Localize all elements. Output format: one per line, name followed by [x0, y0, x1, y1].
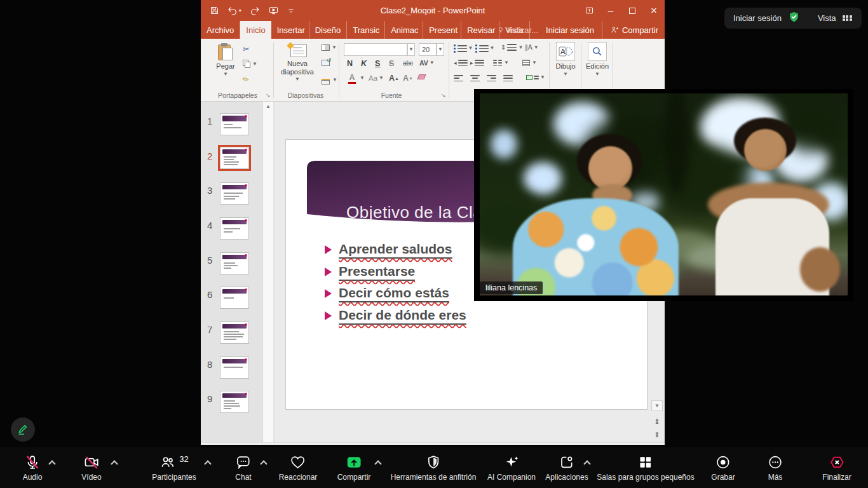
drawing-group-button[interactable]: A Dibujo▼ [552, 42, 580, 77]
tab-presentacion[interactable]: Present [423, 21, 461, 39]
tab-revisar[interactable]: Revisar [461, 21, 499, 39]
chat-options-caret[interactable] [260, 460, 267, 467]
ppt-share-button[interactable]: Compartir [602, 21, 658, 39]
bullets-button[interactable]: ▼ [454, 44, 473, 53]
maximize-button[interactable] [621, 0, 643, 21]
slide-thumbnail-8[interactable] [220, 356, 249, 379]
align-center-button[interactable] [470, 75, 480, 81]
decrease-font-button[interactable]: A▼ [403, 74, 413, 83]
annotate-button[interactable] [11, 417, 35, 442]
ppt-sign-in-link[interactable]: Iniciar sesión [546, 25, 594, 35]
clipboard-dialog-launcher[interactable]: ↘ [266, 92, 271, 98]
tab-insertar[interactable]: Insertar [271, 21, 309, 39]
columns-button[interactable]: ▼ [493, 60, 509, 66]
slide-thumbnail-7[interactable] [220, 322, 249, 344]
italic-button[interactable]: K [361, 59, 367, 68]
strikethrough-button[interactable]: S [389, 59, 394, 68]
video-button[interactable]: Vídeo [81, 453, 101, 482]
chat-button[interactable]: Chat [235, 453, 251, 482]
slideshow-icon[interactable] [268, 6, 279, 16]
reset-slide-button[interactable]: ↺ [322, 60, 332, 66]
character-spacing-button[interactable]: AV▼ [419, 59, 435, 67]
clear-formatting-button[interactable] [418, 74, 425, 79]
font-dialog-launcher[interactable]: ↘ [441, 92, 446, 98]
change-case-button[interactable]: Aa▼ [369, 74, 384, 82]
react-button[interactable]: Reaccionar [279, 453, 318, 482]
text-shadow-button[interactable]: abc [403, 60, 413, 67]
slide-thumbnail-3[interactable] [220, 182, 249, 205]
breakout-rooms-button[interactable]: Salas para grupos pequeños [597, 453, 694, 482]
share-options-caret[interactable] [374, 460, 381, 467]
align-left-button[interactable] [454, 75, 463, 81]
scroll-down-button[interactable]: ▼ [651, 400, 663, 411]
undo-icon[interactable]: ▾ [227, 6, 241, 15]
video-options-caret[interactable] [111, 460, 118, 467]
numbering-button[interactable]: ▼ [475, 44, 495, 53]
new-slide-button[interactable]: Nueva diapositiva▼ [277, 43, 318, 82]
cut-button[interactable]: ✂ [243, 44, 250, 54]
audio-options-caret[interactable] [48, 460, 55, 467]
ribbon-display-options-icon[interactable] [578, 0, 600, 21]
tab-archivo[interactable]: Archivo [201, 21, 240, 39]
security-shield-icon[interactable] [788, 11, 800, 25]
audio-button[interactable]: Audio [23, 453, 43, 482]
scroll-up-icon[interactable]: ▲ [266, 104, 271, 109]
slide-thumbnail-5[interactable] [220, 252, 249, 274]
format-painter-button[interactable]: ✎ [243, 75, 249, 84]
view-grid-icon[interactable] [843, 15, 852, 22]
tab-transiciones[interactable]: Transic [347, 21, 385, 39]
align-right-button[interactable] [487, 75, 496, 81]
font-name-input[interactable] [344, 43, 407, 56]
font-name-dropdown[interactable]: ▼ [407, 43, 415, 56]
smartart-button[interactable]: ▼ [526, 75, 545, 80]
participants-button[interactable]: 32 Participantes [152, 453, 196, 482]
copy-button[interactable]: ▼ [243, 60, 257, 68]
tab-diseno[interactable]: Diseño [309, 21, 347, 39]
slide-layout-button[interactable]: ▼ [322, 44, 337, 51]
host-tools-button[interactable]: Herramientas de anfitrión [391, 453, 477, 482]
view-button[interactable]: Vista [818, 13, 836, 23]
justify-button[interactable] [503, 75, 513, 81]
align-text-button[interactable]: ▼ [522, 60, 537, 66]
font-color-button[interactable]: A [348, 74, 356, 84]
save-icon[interactable] [210, 6, 219, 15]
close-button[interactable]: × [643, 0, 665, 21]
minimize-button[interactable]: – [600, 0, 621, 21]
tell-me-box[interactable]: Indicar... [497, 25, 538, 35]
line-spacing-button[interactable]: ⇕▼ [501, 44, 523, 51]
font-size-dropdown[interactable]: ▼ [437, 43, 444, 56]
customize-quick-access-icon[interactable] [287, 7, 295, 15]
participant-video-tile[interactable]: liliana lencinas [474, 89, 853, 301]
underline-button[interactable]: S [375, 59, 380, 68]
slide-thumbnail-9[interactable] [220, 391, 249, 413]
text-direction-button[interactable]: ∥A▼ [525, 44, 539, 51]
previous-slide-button[interactable]: ▲▲ [651, 416, 663, 426]
slide-thumbnail-2-selected[interactable] [220, 147, 249, 169]
slide-thumbnail-4[interactable] [220, 217, 249, 240]
ai-companion-button[interactable]: AI Companion [487, 453, 536, 482]
tab-animaciones[interactable]: Animac [385, 21, 423, 39]
editing-group-button[interactable]: Edición▼ [583, 42, 611, 77]
record-button[interactable]: Grabar [711, 453, 735, 482]
slide-thumbnail-1[interactable] [220, 113, 249, 135]
font-color-dropdown[interactable]: ▼ [360, 76, 365, 81]
more-button[interactable]: Más [768, 453, 783, 482]
increase-font-button[interactable]: A▲ [389, 74, 399, 83]
participants-options-caret[interactable] [204, 460, 211, 467]
sign-in-link[interactable]: Iniciar sesión [733, 13, 782, 23]
decrease-indent-button[interactable]: ◂ [454, 60, 468, 66]
slide-thumbnail-6[interactable] [220, 287, 249, 309]
thumbnail-scrollbar[interactable]: ▲ [262, 102, 273, 445]
increase-indent-button[interactable]: ▸ [470, 60, 484, 66]
tab-inicio[interactable]: Inicio [240, 21, 271, 39]
next-slide-button[interactable]: ▼▼ [651, 430, 663, 440]
apps-button[interactable]: Aplicaciones [545, 453, 588, 482]
paste-button[interactable]: Pegar▼ [211, 43, 240, 77]
share-screen-button[interactable]: Compartir [337, 453, 371, 482]
statusbar-sliver [201, 442, 665, 445]
section-button[interactable]: ▼ [322, 75, 337, 85]
end-meeting-button[interactable]: Finalizar [822, 453, 851, 482]
font-size-input[interactable]: 20 [419, 43, 437, 56]
bold-button[interactable]: N [347, 59, 353, 68]
redo-icon[interactable] [250, 6, 260, 15]
